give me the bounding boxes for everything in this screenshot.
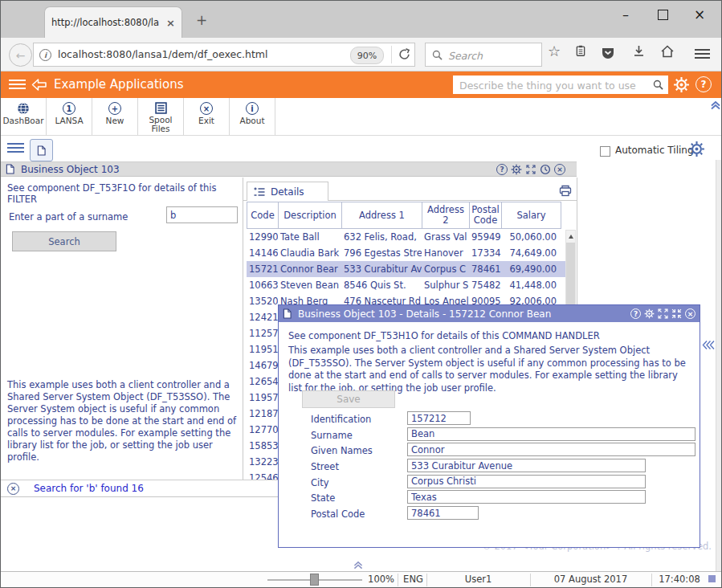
bo-close-icon[interactable]: ×	[554, 164, 565, 175]
field-input-identification[interactable]	[407, 411, 471, 425]
divider	[391, 46, 392, 63]
minimized-window-button[interactable]	[30, 139, 53, 161]
bo-maximize-icon[interactable]	[525, 164, 536, 175]
browser-tab[interactable]: http://localhost:8080/lansa1/dem ×	[44, 6, 182, 38]
new-icon: +	[108, 102, 121, 115]
toolbar-button-about[interactable]: iAbout	[230, 98, 275, 135]
workspace-scrollbar[interactable]	[716, 160, 721, 571]
dialog-restore-icon[interactable]	[671, 308, 682, 319]
cell-code: 15853	[247, 438, 278, 454]
pocket-icon[interactable]	[602, 47, 614, 59]
help-icon[interactable]: ?	[695, 76, 712, 92]
cell-code: 12990	[247, 229, 278, 245]
search-button[interactable]: Search	[12, 231, 116, 251]
column-header-code[interactable]: Code	[247, 202, 279, 229]
print-icon[interactable]	[559, 185, 572, 197]
cell-address2: Sulphur S	[422, 277, 469, 293]
reload-icon[interactable]	[398, 48, 410, 60]
tab-details[interactable]: Details	[247, 182, 328, 201]
column-header-salary[interactable]: Salary	[502, 202, 561, 229]
dialog-close-icon[interactable]: ×	[685, 308, 695, 319]
collapse-toolbar-icon[interactable]	[710, 100, 721, 110]
toolbar-button-label: LANSA	[47, 116, 92, 125]
table-row[interactable]: 12990Tate Ball632 Felis, Road,Grass Val9…	[247, 229, 565, 245]
cell-address2: Hanover	[422, 245, 469, 261]
bo-window-titlebar[interactable]: Business Object 103 ? ×	[1, 161, 577, 177]
cell-description: Tate Ball	[278, 229, 341, 245]
tiling-settings-gear-icon[interactable]	[688, 141, 705, 157]
site-info-icon[interactable]: i	[39, 49, 51, 61]
dialog-handler-text: See component DF_T53H1O for details of t…	[288, 330, 694, 341]
table-row[interactable]: 10663Steven Bean8546 Quis St.Sulphur S75…	[247, 277, 565, 293]
toolbar-button-exit[interactable]: ×Exit	[184, 98, 230, 135]
cell-code: 14679	[247, 357, 278, 374]
filter-info-text: This example uses both a client controll…	[7, 379, 243, 463]
dialog-help-icon[interactable]: ?	[630, 308, 641, 319]
dialog-maximize-icon[interactable]	[658, 308, 668, 319]
cell-code: 12421	[247, 309, 278, 325]
field-input-street[interactable]	[407, 459, 646, 472]
workspace-menu-icon[interactable]	[7, 143, 24, 145]
toolbar-button-new[interactable]: +New	[92, 98, 138, 135]
scroll-up-arrow-icon[interactable]	[566, 231, 575, 242]
app-back-icon[interactable]	[31, 78, 47, 92]
window-minimize-button[interactable]: –	[609, 4, 642, 25]
dialog-title: Business Object 103 - Details - 157212 C…	[298, 308, 551, 320]
cell-code: 11951	[247, 341, 278, 357]
cell-description: Steven Bean	[278, 277, 341, 293]
dialog-settings-gear-icon[interactable]	[644, 308, 655, 319]
toolbar-button-lansa[interactable]: 1LANSA	[47, 98, 92, 135]
toolbar-button-spool-files[interactable]: Spool Files	[138, 98, 184, 135]
app-search-box[interactable]	[453, 76, 668, 94]
browser-search-input[interactable]	[447, 46, 540, 65]
field-input-postal-code[interactable]	[407, 506, 479, 520]
dismiss-message-icon[interactable]: ×	[7, 483, 19, 495]
app-search-input[interactable]	[458, 77, 646, 93]
cell-postal-code: 17334	[469, 245, 501, 261]
zoom-slider-handle[interactable]	[310, 574, 319, 586]
back-button[interactable]: ←	[9, 43, 32, 67]
column-header-address2[interactable]: Address 2	[422, 202, 470, 229]
cell-code: 10663	[247, 277, 278, 293]
column-header-address1[interactable]: Address 1	[342, 202, 422, 229]
field-input-city[interactable]	[407, 475, 646, 488]
bookmark-star-icon[interactable]: ☆	[548, 43, 561, 60]
surname-search-input[interactable]	[166, 206, 238, 223]
column-header-description[interactable]: Description	[279, 202, 342, 229]
collapse-statusbar-icon[interactable]	[353, 561, 364, 570]
tab-title: http://localhost:8080/lansa1/dem	[51, 17, 159, 28]
reading-list-icon[interactable]	[575, 45, 586, 56]
field-input-state[interactable]	[407, 490, 646, 504]
cell-code: 11257	[247, 325, 278, 341]
dialog-titlebar[interactable]: Business Object 103 - Details - 157212 C…	[279, 305, 700, 322]
table-row[interactable]: 157212Connor Bear533 Curabitur AvCorpus …	[247, 261, 565, 277]
cell-code: 157212	[247, 261, 278, 277]
cell-postal-code: 78461	[469, 261, 501, 277]
divider	[398, 574, 398, 586]
home-icon[interactable]	[661, 45, 674, 58]
field-input-surname[interactable]	[407, 427, 695, 441]
expand-panel-icon[interactable]	[702, 340, 715, 350]
bo-settings-gear-icon[interactable]	[511, 164, 522, 175]
page-zoom-badge[interactable]: 90%	[350, 47, 384, 64]
address-bar[interactable]: i localhost:8080/lansa1/dem/df_oexec.htm…	[33, 43, 415, 67]
new-tab-button[interactable]: +	[192, 10, 211, 30]
browser-search-box[interactable]	[425, 43, 542, 67]
column-header-postal-code[interactable]: Postal Code	[470, 202, 502, 229]
app-menu-icon[interactable]	[9, 80, 26, 81]
window-maximize-button[interactable]	[646, 4, 679, 25]
settings-gear-icon[interactable]	[673, 76, 690, 93]
cell-postal-code: 75482	[469, 277, 501, 293]
automatic-tiling-checkbox[interactable]	[600, 146, 610, 157]
tab-close-icon[interactable]: ×	[166, 17, 175, 29]
field-row-given-names: Given Names	[279, 443, 701, 459]
browser-menu-icon[interactable]	[695, 49, 710, 51]
window-close-button[interactable]: ×	[683, 4, 716, 25]
field-input-given-names[interactable]	[407, 443, 695, 456]
table-row[interactable]: 14146Claudia Bark796 Egestas StreHanover…	[247, 245, 565, 261]
bo-help-icon[interactable]: ?	[496, 164, 508, 175]
bo-history-icon[interactable]	[540, 164, 551, 175]
save-button[interactable]: Save	[302, 390, 395, 408]
toolbar-button-dashboar[interactable]: DashBoar	[1, 98, 47, 135]
download-icon[interactable]	[633, 45, 645, 57]
